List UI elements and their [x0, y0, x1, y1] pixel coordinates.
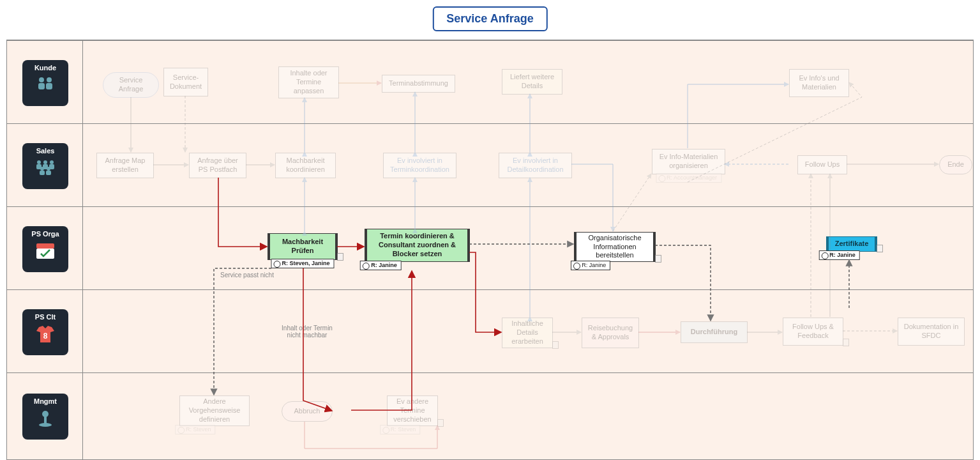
node-anfrage-ps[interactable]: Anfrage über PS Postfach: [189, 153, 246, 178]
svg-point-6: [50, 160, 54, 164]
node-ev-terminkoord[interactable]: Ev involviert in Terminkoordination: [383, 153, 456, 178]
note-icon: [337, 253, 343, 261]
lane-sales-label: Sales: [36, 147, 55, 155]
node-ev-infos-mat[interactable]: Ev Info's und Materialien: [789, 69, 849, 97]
node-doku-sfdc[interactable]: Dokumentation in SFDC: [898, 318, 965, 346]
svg-point-17: [42, 411, 49, 417]
node-abbruch[interactable]: Abbruch: [282, 401, 333, 422]
tag-steven-janine: R: Steven, Janine: [271, 259, 334, 268]
lane-psclt-label: PS Clt: [35, 313, 56, 321]
svg-rect-9: [36, 164, 41, 169]
lane-psorga-label: PS Orga: [31, 230, 59, 238]
svg-point-5: [43, 160, 47, 164]
note-icon: [843, 339, 849, 346]
node-andere-vg[interactable]: Andere Vorgehensweise definieren R: Stev…: [179, 395, 250, 426]
tag-janine-3: R: Janine: [818, 250, 860, 260]
node-mach-koord[interactable]: Machbarkeit koordinieren: [275, 153, 336, 178]
node-inhalt-details[interactable]: Inhaltliche Details erarbeiten: [502, 318, 553, 348]
svg-point-0: [39, 77, 44, 82]
person-pin-icon: [36, 409, 54, 428]
tag-steven: R: Steven: [175, 425, 216, 434]
svg-point-4: [37, 160, 41, 164]
svg-rect-3: [46, 83, 52, 89]
lane-mngmt-label: Mngmt: [34, 397, 57, 405]
svg-rect-11: [49, 164, 54, 169]
note-icon: [655, 255, 661, 263]
swimlane-grid: Kunde Sales: [6, 40, 974, 460]
node-anfrage-map[interactable]: Anfrage Map erstellen: [96, 153, 154, 178]
node-service-anfrage[interactable]: Service Anfrage: [103, 72, 159, 98]
node-follow-ups[interactable]: Follow Ups: [797, 155, 847, 174]
node-ev-termine-versch[interactable]: Ev andere Termine verschieben R: Steven: [387, 395, 438, 426]
node-durchfuehrung[interactable]: Durchführung: [681, 321, 748, 343]
label-nicht-machbar: Inhalt oder Termin nicht machbar: [275, 325, 339, 339]
svg-rect-10: [43, 164, 48, 169]
note-icon: [877, 245, 883, 252]
lane-mngmt: Mngmt: [7, 372, 973, 459]
node-ev-detailkoord[interactable]: Ev involviert in Detailkoordination: [499, 153, 572, 178]
node-service-dokument[interactable]: Service-Dokument: [163, 68, 208, 96]
svg-rect-14: [36, 243, 54, 249]
svg-rect-12: [40, 171, 45, 175]
jersey-icon: 8: [35, 325, 56, 344]
note-icon: [552, 341, 559, 349]
node-ev-info-org[interactable]: Ev Info-Materialien organisieren R: Acco…: [652, 149, 725, 174]
label-service-passt-nicht: Service passt nicht: [220, 272, 274, 279]
tag-steven-2: R: Steven: [380, 425, 421, 434]
team-icon: [33, 158, 58, 175]
tag-janine-2: R: Janine: [571, 261, 610, 270]
lane-kunde-label: Kunde: [34, 64, 56, 72]
node-terminabstimmung[interactable]: Terminabstimmung: [382, 75, 455, 93]
people-icon: [34, 75, 57, 91]
tag-janine: R: Janine: [360, 261, 402, 270]
tag-accountmanager: R: Accountmanager: [656, 173, 721, 183]
svg-text:8: 8: [43, 332, 48, 341]
node-ende[interactable]: Ende: [939, 155, 972, 174]
note-icon: [437, 419, 444, 427]
node-termin-koord[interactable]: Termin koordinieren & Consultant zuordne…: [365, 229, 470, 262]
node-liefert-details[interactable]: Liefert weitere Details: [502, 69, 562, 95]
node-zertifikate[interactable]: Zertifikate R: Janine: [826, 236, 877, 252]
svg-rect-2: [38, 83, 45, 89]
node-mach-prufen[interactable]: Machbarkeit Prüfen R: Steven, Janine: [268, 233, 338, 260]
node-reise[interactable]: Reisebuchung & Approvals: [582, 318, 639, 348]
calendar-icon: [34, 241, 56, 261]
svg-point-1: [47, 77, 52, 82]
svg-rect-13: [46, 171, 51, 175]
node-org-info[interactable]: Organisatorische Informationen bereitste…: [574, 232, 656, 262]
node-followup-fb[interactable]: Follow Ups & Feedback: [783, 318, 843, 346]
svg-rect-19: [44, 417, 47, 424]
node-inhalte-termine[interactable]: Inhalte oder Termine anpassen: [278, 66, 339, 98]
page-title: Service Anfrage: [432, 6, 547, 31]
